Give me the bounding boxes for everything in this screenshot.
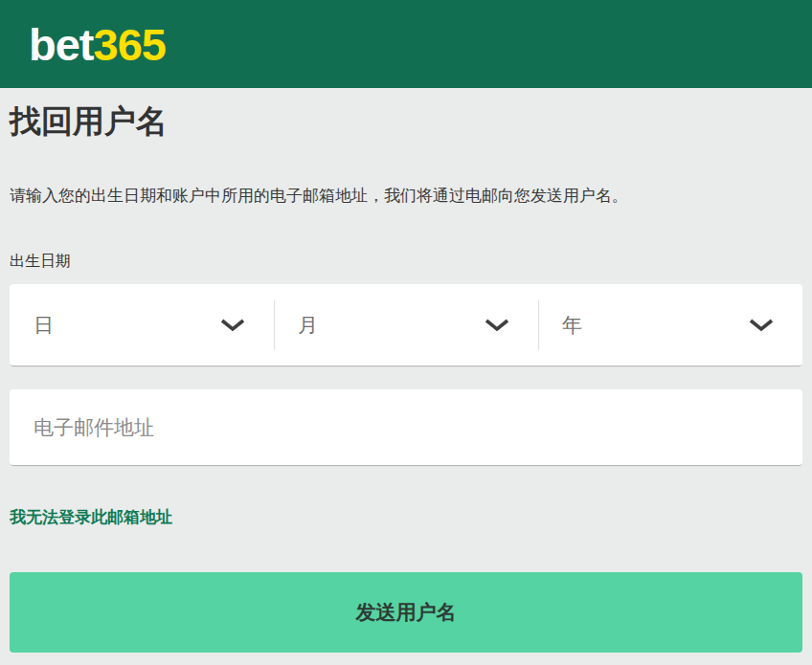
cant-access-email-link[interactable]: 我无法登录此邮箱地址 bbox=[10, 507, 172, 528]
dob-year-value: 年 bbox=[562, 312, 582, 339]
dob-label: 出生日期 bbox=[10, 252, 802, 271]
chevron-down-icon bbox=[485, 319, 509, 332]
email-input[interactable] bbox=[10, 389, 802, 465]
dob-month-select[interactable]: 月 bbox=[274, 284, 538, 366]
chevron-down-icon bbox=[220, 319, 245, 332]
bet365-logo[interactable]: bet365 bbox=[29, 22, 166, 67]
dob-day-select[interactable]: 日 bbox=[10, 284, 274, 366]
send-username-button[interactable]: 发送用户名 bbox=[10, 572, 802, 653]
chevron-down-icon bbox=[749, 319, 774, 332]
dob-day-value: 日 bbox=[34, 312, 54, 339]
page-title: 找回用户名 bbox=[10, 101, 802, 142]
dob-select-row: 日 月 年 bbox=[10, 284, 802, 366]
dob-year-select[interactable]: 年 bbox=[538, 284, 802, 366]
main-content: 找回用户名 请输入您的出生日期和账户中所用的电子邮箱地址，我们将通过电邮向您发送… bbox=[0, 101, 812, 653]
logo-365-text: 365 bbox=[94, 19, 166, 70]
header-bar: bet365 bbox=[0, 0, 812, 88]
instructions-text: 请输入您的出生日期和账户中所用的电子邮箱地址，我们将通过电邮向您发送用户名。 bbox=[10, 185, 802, 208]
dob-month-value: 月 bbox=[298, 312, 318, 339]
logo-bet-text: bet bbox=[29, 19, 94, 70]
